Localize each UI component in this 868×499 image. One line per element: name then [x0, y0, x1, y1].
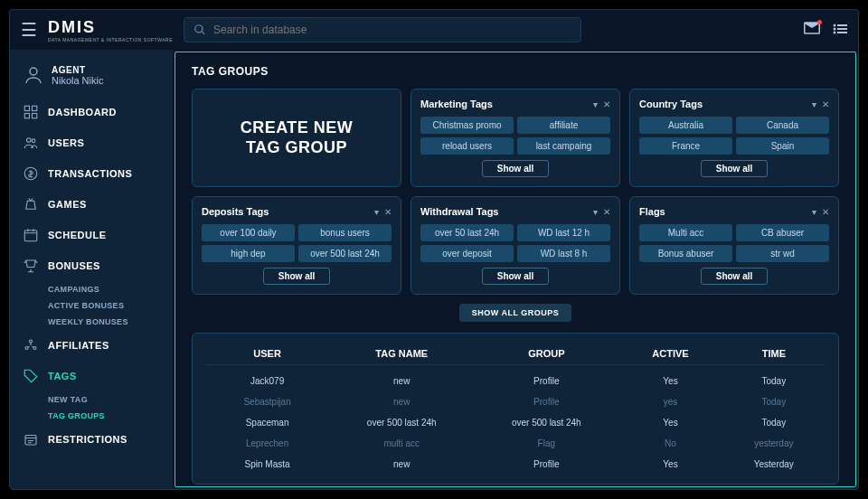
- table-row[interactable]: Spacemanover 500 last 24hover 500 last 2…: [205, 412, 826, 433]
- main: TAG GROUPS CREATE NEWTAG GROUPMarketing …: [175, 52, 856, 487]
- schedule-icon: [23, 227, 39, 243]
- sidebar-item-tags[interactable]: TAGS: [10, 361, 173, 391]
- td: Yes: [618, 376, 722, 386]
- chevron-down-icon[interactable]: ▾: [374, 207, 379, 217]
- close-icon[interactable]: ✕: [822, 207, 829, 217]
- svg-point-15: [30, 340, 33, 343]
- svg-rect-1: [837, 24, 847, 26]
- tag-chip[interactable]: reload users: [420, 137, 514, 155]
- sidebar-item-users[interactable]: USERS: [10, 127, 173, 158]
- games-icon: [23, 196, 39, 212]
- show-all-button[interactable]: Show all: [263, 268, 331, 285]
- sidebar-item-games[interactable]: GAMES: [10, 189, 173, 220]
- tag-chip[interactable]: bonus users: [298, 224, 392, 241]
- card-title: Deposits Tags: [202, 206, 269, 217]
- restrictions-icon: [23, 431, 39, 447]
- tag-chip[interactable]: str wd: [736, 245, 829, 262]
- tag-chip[interactable]: Spain: [736, 137, 829, 155]
- td: Jack079: [205, 376, 329, 386]
- tag-chip[interactable]: WD last 12 h: [517, 224, 610, 241]
- sidebar-sub-new-tag[interactable]: NEW TAG: [10, 391, 173, 408]
- close-icon[interactable]: ✕: [603, 207, 610, 217]
- tag-chip[interactable]: over deposit: [420, 245, 514, 262]
- table-body: Jack079newProfileYesTodaySebastpijannewP…: [205, 371, 826, 475]
- tag-chip[interactable]: high dep: [202, 245, 295, 262]
- tag-chip[interactable]: Australia: [639, 117, 732, 134]
- menu-icon[interactable]: ☰: [21, 19, 37, 41]
- td: Profile: [474, 397, 618, 407]
- show-all-button[interactable]: Show all: [482, 160, 550, 177]
- show-all-button[interactable]: Show all: [701, 160, 769, 177]
- mail-icon[interactable]: [804, 22, 820, 38]
- table-row[interactable]: Jack079newProfileYesToday: [205, 371, 826, 391]
- chevron-down-icon[interactable]: ▾: [593, 207, 598, 217]
- table-row[interactable]: Spin MastanewProfileYesYesterday: [205, 454, 826, 475]
- table: USERTAG NAMEGROUPACTIVETIME Jack079newPr…: [192, 333, 839, 485]
- sidebar-item-dashboard[interactable]: DASHBOARD: [10, 97, 173, 127]
- show-all-button[interactable]: Show all: [482, 268, 550, 285]
- chevron-down-icon[interactable]: ▾: [812, 207, 816, 217]
- chevron-down-icon[interactable]: ▾: [593, 99, 598, 109]
- tag-chip[interactable]: last campaing: [517, 137, 610, 155]
- bonuses-icon: [23, 258, 39, 274]
- svg-point-2: [834, 28, 836, 31]
- tag-chip[interactable]: over 50 last 24h: [420, 224, 514, 241]
- sidebar-sub-campaings[interactable]: CAMPAINGS: [10, 281, 173, 297]
- td: Leprechen: [205, 438, 329, 448]
- svg-rect-9: [24, 114, 29, 118]
- search-input[interactable]: [213, 24, 571, 36]
- notification-dot: [817, 20, 822, 24]
- tag-chip[interactable]: Bonus abuser: [639, 245, 732, 262]
- list-icon[interactable]: [833, 22, 847, 38]
- sidebar-sub-active-bonuses[interactable]: ACTIVE BONUSES: [10, 297, 173, 314]
- tag-chip[interactable]: Christmas promo: [420, 117, 514, 134]
- sidebar-item-transactions[interactable]: TRANSACTIONS: [10, 158, 173, 189]
- close-icon[interactable]: ✕: [603, 99, 610, 109]
- chevron-down-icon[interactable]: ▾: [812, 99, 816, 109]
- create-tag-group-card[interactable]: CREATE NEWTAG GROUP: [192, 89, 401, 187]
- close-icon[interactable]: ✕: [822, 99, 829, 109]
- svg-point-12: [32, 139, 35, 143]
- tag-chip[interactable]: Multi acc: [639, 224, 732, 241]
- td: Spin Masta: [205, 459, 329, 469]
- table-row[interactable]: SebastpijannewProfileyesToday: [205, 391, 826, 412]
- sidebar-item-affiliates[interactable]: AFFILIATES: [10, 330, 173, 361]
- table-row[interactable]: Leprechenmulti accFlagNoyesterday: [205, 433, 826, 454]
- td: multi acc: [329, 438, 474, 448]
- show-all-button[interactable]: Show all: [701, 268, 769, 285]
- sidebar-item-schedule[interactable]: SCHEDULE: [10, 220, 173, 250]
- tag-chip[interactable]: CB abuser: [736, 224, 829, 241]
- td: yesterday: [722, 438, 826, 448]
- tag-chip[interactable]: France: [639, 137, 732, 155]
- create-label: CREATE NEWTAG GROUP: [241, 118, 354, 157]
- tag-chip[interactable]: WD last 8 h: [517, 245, 610, 262]
- logo-sub: DATA MANAGEMENT & INTERACTION SOFTWARE: [48, 37, 173, 42]
- tag-chip[interactable]: Canada: [736, 117, 829, 134]
- nav-label: TRANSACTIONS: [48, 168, 132, 179]
- search-icon: [193, 24, 206, 36]
- tag-group-card: Marketing Tags▾✕Christmas promoaffiliate…: [410, 89, 620, 187]
- sidebar-sub-weekly-bonuses[interactable]: WEEKLY BONUSES: [10, 314, 173, 330]
- agent-name: Nikola Nikic: [52, 75, 103, 86]
- sidebar-sub-tag-groups[interactable]: TAG GROUPS: [10, 408, 173, 424]
- th: USER: [205, 348, 329, 359]
- transactions-icon: [23, 165, 39, 182]
- tag-chip[interactable]: affiliate: [517, 117, 610, 134]
- svg-point-16: [25, 347, 28, 350]
- tag-chip[interactable]: over 100 daily: [202, 224, 295, 241]
- sidebar-item-bonuses[interactable]: BONUSES: [10, 250, 173, 281]
- card-title: Marketing Tags: [420, 99, 493, 109]
- agent-block[interactable]: AGENT Nikola Nikic: [10, 61, 173, 97]
- show-all-groups-button[interactable]: SHOW ALL GROUPS: [459, 304, 572, 322]
- search-box[interactable]: [184, 17, 581, 42]
- topbar-right: [804, 22, 847, 38]
- card-title: Flags: [639, 206, 665, 217]
- th: GROUP: [474, 348, 618, 359]
- tag-chip[interactable]: over 500 last 24h: [298, 245, 392, 262]
- app-window: ☰ DMIS DATA MANAGEMENT & INTERACTION SOF…: [9, 9, 859, 490]
- sidebar-item-restrictions[interactable]: RESTRICTIONS: [10, 424, 173, 455]
- close-icon[interactable]: ✕: [384, 207, 392, 217]
- td: Profile: [474, 376, 618, 386]
- svg-rect-3: [837, 28, 847, 30]
- td: Profile: [474, 459, 618, 469]
